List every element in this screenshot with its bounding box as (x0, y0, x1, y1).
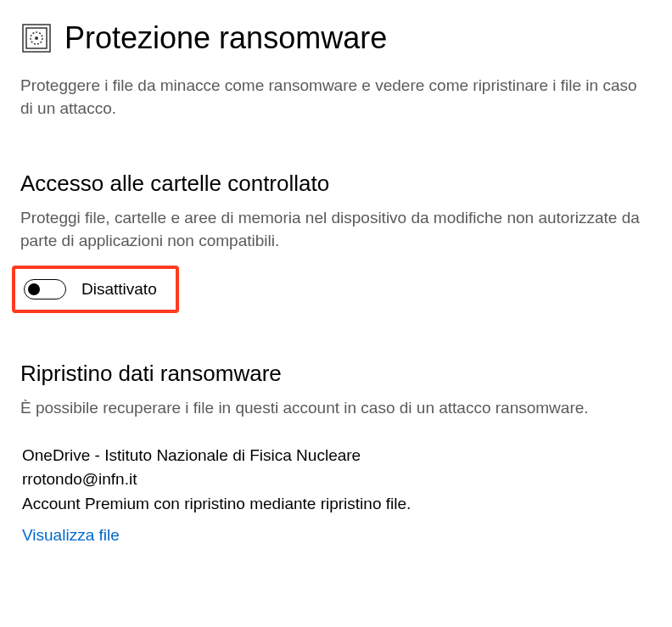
toggle-highlight-box: Disattivato (12, 266, 179, 313)
onedrive-account-email: rrotondo@infn.it (22, 467, 652, 492)
recovery-title: Ripristino dati ransomware (20, 361, 652, 387)
page-description: Proteggere i file da minacce come ransom… (20, 75, 652, 120)
controlled-access-toggle[interactable] (24, 279, 66, 300)
toggle-state-label: Disattivato (81, 280, 157, 299)
view-files-link[interactable]: Visualizza file (22, 526, 120, 545)
recovery-description: È possibile recuperare i file in questi … (20, 397, 652, 420)
controlled-access-description: Proteggi file, cartelle e aree di memori… (20, 207, 652, 252)
onedrive-account-info: Account Premium con ripristino mediante … (22, 492, 652, 517)
ransomware-protection-icon (20, 22, 53, 54)
toggle-knob (28, 283, 40, 295)
ransomware-recovery-section: Ripristino dati ransomware È possibile r… (20, 361, 652, 545)
controlled-folder-access-section: Accesso alle cartelle controllato Proteg… (20, 171, 652, 347)
controlled-access-title: Accesso alle cartelle controllato (20, 171, 652, 197)
svg-point-3 (35, 36, 38, 40)
page-header: Protezione ransomware (20, 20, 652, 56)
onedrive-account-name: OneDrive - Istituto Nazionale di Fisica … (22, 444, 652, 468)
page-title: Protezione ransomware (64, 20, 387, 56)
